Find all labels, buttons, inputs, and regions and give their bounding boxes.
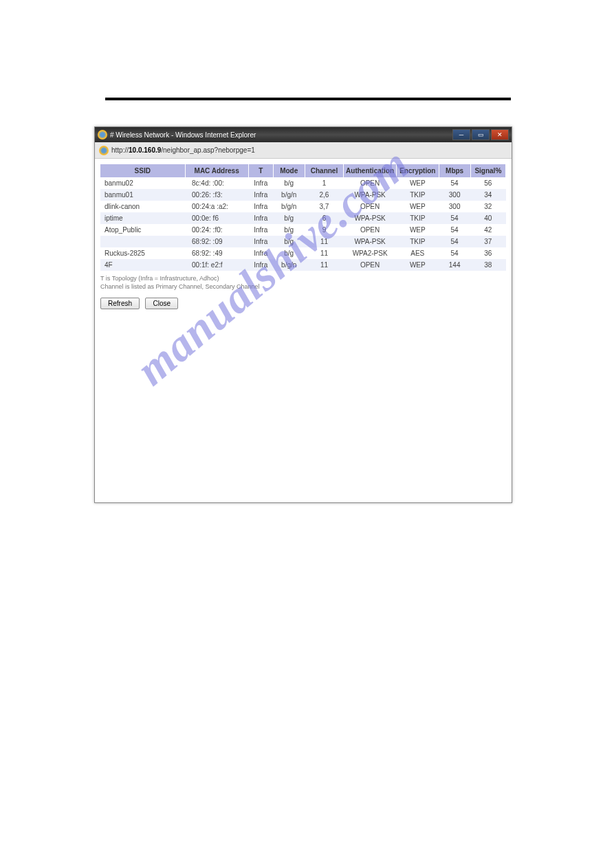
url-path: /neighbor_ap.asp?neborpge=1 xyxy=(161,146,255,154)
cell-topology: Infra xyxy=(248,259,273,271)
url-display: http://10.0.160.9/neighbor_ap.asp?neborp… xyxy=(111,146,255,154)
cell-channel: 1 xyxy=(305,177,343,189)
cell-mbps: 54 xyxy=(439,212,470,224)
cell-topology: Infra xyxy=(248,212,273,224)
header-ssid[interactable]: SSID xyxy=(100,164,185,177)
page-divider xyxy=(105,98,511,100)
cell-ssid: 4F xyxy=(100,259,185,271)
cell-ssid: iptime xyxy=(100,212,185,224)
refresh-button[interactable]: Refresh xyxy=(100,298,140,309)
cell-ssid: Ruckus-2825 xyxy=(100,247,185,259)
footnote-line-2: Channel is listed as Primary Channel, Se… xyxy=(100,283,506,291)
button-row: Refresh Close xyxy=(100,296,506,309)
cell-auth: OPEN xyxy=(344,201,397,212)
cell-signal: 40 xyxy=(470,212,505,224)
header-signal[interactable]: Signal% xyxy=(470,164,505,177)
table-row[interactable]: banmu0100:26: :f3:Infrab/g/n2,6WPA-PSKTK… xyxy=(100,189,506,201)
table-row[interactable]: iptime00:0e: f6Infrab/g6WPA-PSKTKIP5440 xyxy=(100,212,506,224)
cell-signal: 56 xyxy=(470,177,505,189)
cell-topology: Infra xyxy=(248,189,273,201)
cell-auth: WPA-PSK xyxy=(344,212,397,224)
cell-enc: TKIP xyxy=(397,189,439,201)
cell-enc: TKIP xyxy=(397,236,439,247)
cell-enc: AES xyxy=(397,247,439,259)
table-row[interactable]: 68:92: :09Infrab/g11WPA-PSKTKIP5437 xyxy=(100,236,506,247)
cell-auth: WPA2-PSK xyxy=(344,247,397,259)
header-encryption[interactable]: Encryption xyxy=(397,164,439,177)
table-footnote: T is Topology (Infra = Infrastructure, A… xyxy=(100,275,506,291)
close-button[interactable]: Close xyxy=(145,298,178,309)
window-title: # Wireless Network - Windows Internet Ex… xyxy=(110,131,452,139)
cell-signal: 37 xyxy=(470,236,505,247)
url-prefix: http:// xyxy=(111,146,129,154)
cell-channel: 6 xyxy=(305,212,343,224)
table-row[interactable]: dlink-canon00:24:a :a2:Infrab/g/n3,7OPEN… xyxy=(100,201,506,212)
table-body: banmu028c:4d: :00:Infrab/g1OPENWEP5456 b… xyxy=(100,177,506,271)
header-mbps[interactable]: Mbps xyxy=(439,164,470,177)
cell-channel: 2,6 xyxy=(305,189,343,201)
cell-enc: TKIP xyxy=(397,212,439,224)
cell-mac: 00:1f: e2:f xyxy=(185,259,248,271)
page-content: SSID MAC Address T Mode Channel Authenti… xyxy=(95,159,512,502)
table-row[interactable]: 4F00:1f: e2:fInfrab/g/n11OPENWEP14438 xyxy=(100,259,506,271)
cell-topology: Infra xyxy=(248,247,273,259)
cell-mbps: 144 xyxy=(439,259,470,271)
cell-mode: b/g xyxy=(273,247,305,259)
networks-table: SSID MAC Address T Mode Channel Authenti… xyxy=(100,164,506,271)
cell-mbps: 54 xyxy=(439,224,470,236)
close-window-button[interactable]: ✕ xyxy=(491,129,509,140)
cell-mac: 00:26: :f3: xyxy=(185,189,248,201)
window-titlebar: # Wireless Network - Windows Internet Ex… xyxy=(95,127,512,142)
cell-mbps: 54 xyxy=(439,177,470,189)
cell-mbps: 54 xyxy=(439,236,470,247)
cell-channel: 3,7 xyxy=(305,201,343,212)
url-host: 10.0.160.9 xyxy=(129,146,161,154)
cell-signal: 34 xyxy=(470,189,505,201)
cell-auth: OPEN xyxy=(344,177,397,189)
window-controls: ─ ▭ ✕ xyxy=(452,129,509,140)
cell-ssid: banmu02 xyxy=(100,177,185,189)
cell-mac: 68:92: :09 xyxy=(185,236,248,247)
header-mode[interactable]: Mode xyxy=(273,164,305,177)
minimize-button[interactable]: ─ xyxy=(452,129,470,140)
cell-mac: 8c:4d: :00: xyxy=(185,177,248,189)
address-bar[interactable]: http://10.0.160.9/neighbor_ap.asp?neborp… xyxy=(95,142,512,159)
cell-signal: 38 xyxy=(470,259,505,271)
table-row[interactable]: Atop_Public00:24: :f0:Infrab/g9OPENWEP54… xyxy=(100,224,506,236)
table-row[interactable]: Ruckus-282568:92: :49Infrab/g11WPA2-PSKA… xyxy=(100,247,506,259)
cell-ssid: dlink-canon xyxy=(100,201,185,212)
cell-mbps: 300 xyxy=(439,189,470,201)
cell-topology: Infra xyxy=(248,201,273,212)
footnote-line-1: T is Topology (Infra = Infrastructure, A… xyxy=(100,275,506,283)
cell-channel: 11 xyxy=(305,259,343,271)
cell-mac: 68:92: :49 xyxy=(185,247,248,259)
ie-title-icon xyxy=(98,130,107,140)
header-channel[interactable]: Channel xyxy=(305,164,343,177)
maximize-button[interactable]: ▭ xyxy=(472,129,490,140)
cell-channel: 9 xyxy=(305,224,343,236)
cell-enc: WEP xyxy=(397,224,439,236)
cell-mode: b/g xyxy=(273,224,305,236)
header-topology[interactable]: T xyxy=(248,164,273,177)
cell-mac: 00:0e: f6 xyxy=(185,212,248,224)
header-authentication[interactable]: Authentication xyxy=(344,164,397,177)
cell-channel: 11 xyxy=(305,236,343,247)
cell-auth: OPEN xyxy=(344,224,397,236)
cell-mac: 00:24:a :a2: xyxy=(185,201,248,212)
cell-channel: 11 xyxy=(305,247,343,259)
cell-mode: b/g xyxy=(273,212,305,224)
cell-mac: 00:24: :f0: xyxy=(185,224,248,236)
table-row[interactable]: banmu028c:4d: :00:Infrab/g1OPENWEP5456 xyxy=(100,177,506,189)
cell-enc: WEP xyxy=(397,177,439,189)
cell-mbps: 300 xyxy=(439,201,470,212)
cell-enc: WEP xyxy=(397,259,439,271)
cell-mode: b/g xyxy=(273,177,305,189)
cell-ssid xyxy=(100,236,185,247)
cell-auth: WPA-PSK xyxy=(344,189,397,201)
header-mac[interactable]: MAC Address xyxy=(185,164,248,177)
cell-topology: Infra xyxy=(248,236,273,247)
cell-topology: Infra xyxy=(248,177,273,189)
cell-ssid: Atop_Public xyxy=(100,224,185,236)
cell-enc: WEP xyxy=(397,201,439,212)
cell-mode: b/g/n xyxy=(273,189,305,201)
